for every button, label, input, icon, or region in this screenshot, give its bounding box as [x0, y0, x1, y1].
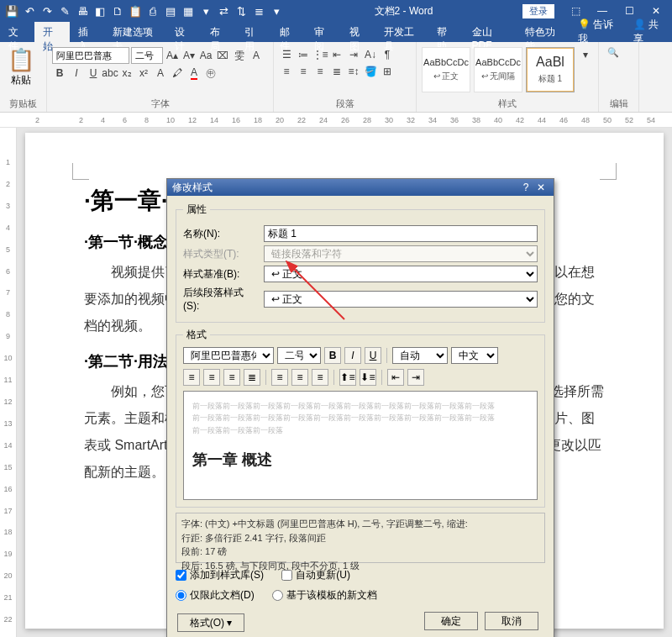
qat-icon[interactable]: ≣: [250, 3, 267, 19]
tab-home[interactable]: 开始: [34, 22, 69, 42]
text-effects-icon[interactable]: A: [153, 66, 168, 81]
spacing2-icon[interactable]: ≡: [312, 369, 328, 386]
style-normal[interactable]: AaBbCcDc ↩ 正文: [422, 47, 470, 92]
numbering-icon[interactable]: ≔: [296, 47, 311, 62]
qat-icon[interactable]: ▤: [162, 3, 179, 19]
qat-icon[interactable]: ✎: [56, 3, 73, 19]
align-center-icon[interactable]: ≡: [296, 64, 311, 79]
tab-special[interactable]: 特色功能: [517, 22, 570, 42]
format-lang-select[interactable]: 中文: [451, 347, 498, 364]
underline-icon[interactable]: U: [86, 66, 101, 81]
qat-icon[interactable]: 📋: [127, 3, 144, 19]
strike-icon[interactable]: abc: [102, 66, 118, 81]
show-marks-icon[interactable]: ¶: [380, 47, 395, 62]
change-case-icon[interactable]: Aa: [198, 48, 213, 63]
help-icon[interactable]: ?: [518, 182, 533, 193]
qat-icon[interactable]: ⎙: [144, 3, 161, 19]
dialog-titlebar[interactable]: 修改样式 ? ✕: [167, 179, 554, 196]
line-spacing-icon[interactable]: ≡↕: [346, 64, 361, 79]
tab-insert[interactable]: 插入: [70, 22, 104, 42]
find-button[interactable]: 🔍: [607, 47, 619, 58]
tab-developer[interactable]: 开发工具: [375, 22, 428, 42]
qat-icon[interactable]: ◧: [92, 3, 108, 19]
indent-right-icon[interactable]: ⇥: [407, 369, 424, 386]
qat-icon[interactable]: ▾: [268, 3, 285, 19]
horizontal-ruler[interactable]: 2246810121416182022242628303234363840424…: [0, 113, 672, 128]
shading-icon[interactable]: 🪣: [363, 64, 378, 79]
save-icon[interactable]: 💾: [3, 3, 20, 19]
vertical-ruler[interactable]: 12345678910111213141516171819202122: [0, 128, 17, 637]
this-doc-radio[interactable]: 仅限此文档(D): [176, 588, 255, 603]
justify-icon[interactable]: ≣: [329, 64, 344, 79]
format-size-select[interactable]: 二号: [277, 347, 321, 364]
add-to-library-checkbox[interactable]: 添加到样式库(S): [176, 568, 264, 582]
tab-file[interactable]: 文件: [0, 22, 34, 42]
paste-button[interactable]: 📋 粘贴: [5, 47, 37, 87]
multilevel-icon[interactable]: ⋮≡: [312, 47, 328, 62]
cancel-button[interactable]: 取消: [485, 612, 538, 630]
qat-icon[interactable]: ⇅: [233, 3, 249, 19]
char-border-icon[interactable]: A: [249, 48, 264, 63]
name-input[interactable]: [264, 225, 538, 242]
format-dropdown-button[interactable]: 格式(O) ▾: [177, 613, 244, 632]
space-before-icon[interactable]: ⬆≡: [339, 369, 356, 386]
font-color-icon[interactable]: A: [186, 66, 202, 81]
italic-icon[interactable]: I: [69, 66, 84, 81]
underline-icon[interactable]: U: [365, 347, 381, 364]
styles-more-icon[interactable]: ▾: [578, 47, 593, 62]
font-name-combo[interactable]: 阿里巴巴普惠: [52, 47, 129, 64]
format-font-select[interactable]: 阿里巴巴普惠体: [183, 347, 274, 364]
qat-icon[interactable]: 🗋: [109, 3, 126, 19]
enclose-icon[interactable]: ㊥: [203, 66, 218, 81]
undo-icon[interactable]: ↶: [21, 3, 38, 19]
style-heading1[interactable]: AaBl 标题 1: [526, 47, 575, 92]
auto-update-checkbox[interactable]: 自动更新(U): [281, 568, 350, 582]
qat-icon[interactable]: ⇄: [215, 3, 232, 19]
base-style-select[interactable]: ↩ 正文: [264, 266, 538, 282]
space-after-icon[interactable]: ⬇≡: [360, 369, 376, 386]
increase-indent-icon[interactable]: ⇥: [346, 47, 361, 62]
tab-layout[interactable]: 布局: [202, 22, 236, 42]
tab-design[interactable]: 设计: [166, 22, 201, 42]
style-nospacing[interactable]: AaBbCcDc ↩ 无间隔: [474, 47, 522, 92]
sort-icon[interactable]: A↓: [363, 47, 378, 62]
bold-icon[interactable]: B: [52, 66, 67, 81]
tab-view[interactable]: 视图: [341, 22, 375, 42]
qat-icon[interactable]: ▾: [197, 3, 214, 19]
subscript-icon[interactable]: x₂: [119, 66, 134, 81]
tab-mail[interactable]: 邮件: [271, 22, 306, 42]
align-center-icon[interactable]: ≡: [203, 369, 220, 386]
italic-icon[interactable]: I: [344, 347, 361, 364]
phonetic-icon[interactable]: 雯: [232, 48, 247, 63]
close-icon[interactable]: ✕: [533, 182, 549, 193]
tab-help[interactable]: 帮助: [428, 22, 463, 42]
format-color-select[interactable]: 自动: [392, 347, 448, 364]
superscript-icon[interactable]: x²: [136, 66, 151, 81]
login-button[interactable]: 登录: [522, 4, 554, 18]
justify-icon[interactable]: ≣: [244, 369, 260, 386]
qat-icon[interactable]: 🖶: [74, 3, 91, 19]
qat-icon[interactable]: ▦: [180, 3, 197, 19]
spacing1-icon[interactable]: ≡: [271, 369, 288, 386]
bullets-icon[interactable]: ☰: [279, 47, 294, 62]
indent-left-icon[interactable]: ⇤: [387, 369, 404, 386]
align-left-icon[interactable]: ≡: [183, 369, 200, 386]
next-style-select[interactable]: ↩ 正文: [264, 291, 538, 308]
highlight-icon[interactable]: 🖍: [170, 66, 185, 81]
grow-font-icon[interactable]: A▴: [165, 48, 180, 63]
tab-newtab[interactable]: 新建选项卡: [104, 22, 166, 42]
tab-pdf[interactable]: 金山PDF: [464, 22, 517, 42]
align-right-icon[interactable]: ≡: [223, 369, 240, 386]
borders-icon[interactable]: ⊞: [380, 64, 395, 79]
clear-format-icon[interactable]: ⌧: [215, 48, 230, 63]
shrink-font-icon[interactable]: A▾: [181, 48, 197, 63]
spacing15-icon[interactable]: ≡: [291, 369, 308, 386]
font-size-combo[interactable]: 二号: [131, 47, 163, 64]
ok-button[interactable]: 确定: [424, 612, 478, 630]
bold-icon[interactable]: B: [324, 347, 341, 364]
redo-icon[interactable]: ↷: [39, 3, 55, 19]
align-right-icon[interactable]: ≡: [312, 64, 328, 79]
tab-review[interactable]: 审阅: [306, 22, 340, 42]
align-left-icon[interactable]: ≡: [279, 64, 294, 79]
template-radio[interactable]: 基于该模板的新文档: [272, 588, 377, 603]
